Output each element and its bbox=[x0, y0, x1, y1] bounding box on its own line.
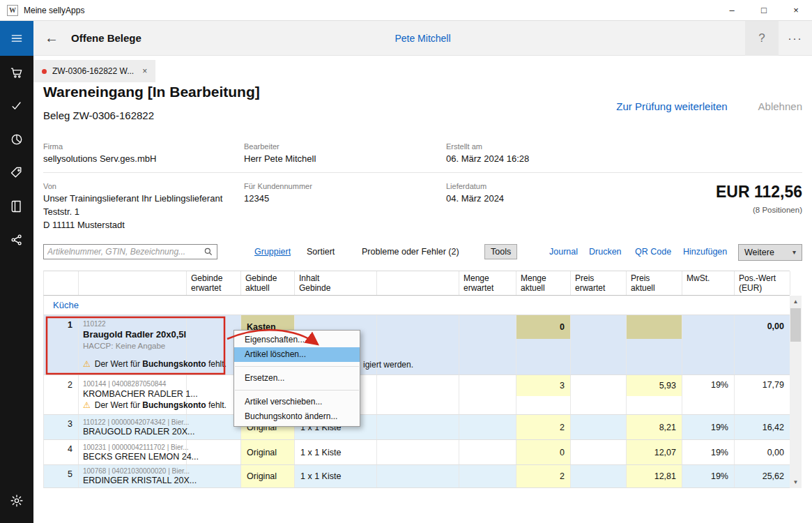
kundennummer-label: Für Kundennummer bbox=[244, 182, 312, 190]
preis-aktuell-input[interactable]: 12,07 bbox=[627, 440, 682, 464]
article-code: 100768 | 04021030000020 | Bier... bbox=[83, 467, 186, 475]
unsaved-indicator-dot bbox=[42, 69, 47, 74]
spacer-cell bbox=[377, 440, 459, 464]
preis-erwartet-cell bbox=[571, 465, 627, 487]
current-user[interactable]: Pete Mitchell bbox=[33, 33, 812, 44]
scroll-up-button[interactable]: ▲ bbox=[790, 296, 802, 308]
lieferdatum-label: Lieferdatum bbox=[446, 182, 487, 190]
table-row-1[interactable]: 1 110122 Braugold Radler 20x0,5l HACCP: … bbox=[43, 315, 790, 375]
scroll-down-button[interactable]: ▼ bbox=[790, 476, 802, 488]
group-header-kueche[interactable]: Küche bbox=[43, 296, 790, 315]
context-menu: Eigenschaften... Artikel löschen... Erse… bbox=[233, 330, 360, 427]
sidebar-item-cart[interactable] bbox=[0, 56, 33, 89]
row-number: 3 bbox=[44, 415, 79, 439]
journal-button[interactable]: Journal bbox=[549, 244, 578, 259]
menge-aktuell-cell: 0 bbox=[516, 315, 571, 374]
preis-aktuell-input[interactable]: 5,93 bbox=[627, 375, 682, 396]
table-row-2[interactable]: 2 100144 | 04008287050844 KROMBACHER RAD… bbox=[43, 375, 790, 415]
menge-aktuell-input[interactable]: 3 bbox=[516, 375, 570, 396]
more-dropdown-label: Weitere bbox=[744, 245, 774, 260]
minimize-button[interactable]: – bbox=[716, 0, 748, 21]
filter-gruppiert[interactable]: Gruppiert bbox=[254, 244, 291, 259]
kundennummer-value: 12345 bbox=[244, 193, 269, 204]
scroll-thumb[interactable] bbox=[790, 308, 801, 342]
reject-button[interactable]: Ablehnen bbox=[758, 100, 802, 112]
tab-label: ZW-0306-162822 W... bbox=[52, 66, 134, 76]
pos-wert-cell: 0,00 bbox=[735, 315, 790, 374]
close-button[interactable]: × bbox=[780, 0, 812, 21]
document-number: Beleg ZW-0306-162822 bbox=[43, 109, 154, 121]
toolbar: Gruppiert Sortiert Probleme oder Fehler … bbox=[43, 244, 802, 262]
tools-button[interactable]: Tools bbox=[484, 244, 517, 259]
menu-item-ersetzen[interactable]: Ersetzen... bbox=[234, 371, 360, 386]
menu-item-eigenschaften[interactable]: Eigenschaften... bbox=[234, 333, 360, 347]
search-icon bbox=[204, 247, 213, 257]
window-title: Meine sellyApps bbox=[24, 6, 84, 15]
gebinde-aktuell-input[interactable]: Original bbox=[241, 465, 295, 487]
preis-aktuell-input[interactable] bbox=[627, 315, 682, 339]
preis-aktuell-input[interactable]: 8,21 bbox=[627, 415, 682, 439]
app-header: Pete Mitchell ← Offene Belege ? ··· bbox=[33, 21, 812, 56]
share-network-icon bbox=[10, 233, 24, 247]
warning-icon: ⚠ bbox=[83, 359, 91, 369]
print-button[interactable]: Drucken bbox=[589, 244, 622, 259]
preis-erwartet-cell bbox=[571, 315, 627, 374]
gear-icon bbox=[10, 494, 24, 508]
inhalt-gebinde-value: 1 x 1 Kiste bbox=[295, 440, 377, 464]
vertical-scrollbar[interactable]: ▲ ▼ bbox=[790, 296, 802, 488]
menge-aktuell-input[interactable]: 0 bbox=[516, 440, 571, 464]
menge-aktuell-input[interactable]: 0 bbox=[516, 315, 570, 339]
article-name: KROMBACHER RADLER 1... bbox=[83, 389, 186, 400]
lieferdatum-value: 04. März 2024 bbox=[446, 193, 504, 204]
menu-item-artikel-verschieben[interactable]: Artikel verschieben... bbox=[234, 395, 360, 409]
erstellt-label: Erstellt am bbox=[446, 142, 482, 151]
document-tab[interactable]: ZW-0306-162822 W... × bbox=[33, 60, 155, 82]
col-preis-erwartet: Preis erwartet bbox=[571, 271, 627, 295]
qr-code-button[interactable]: QR Code bbox=[635, 244, 671, 259]
von-line1: Unser Trainingslieferant Ihr Lieblingsli… bbox=[43, 193, 222, 204]
sidebar-item-journal[interactable] bbox=[0, 190, 33, 223]
article-name: BRAUGOLD RADLER 20X... bbox=[83, 427, 186, 437]
table-row-4[interactable]: 4 100231 | 00000042111702 | Bier... BECK… bbox=[43, 440, 790, 465]
sidebar-item-tasks[interactable] bbox=[0, 89, 33, 123]
bearbeiter-value: Herr Pete Mitchell bbox=[244, 153, 316, 164]
hamburger-menu-button[interactable] bbox=[0, 21, 33, 56]
gebinde-erwartet-cell bbox=[187, 465, 241, 487]
table-row-5[interactable]: 5 100768 | 04021030000020 | Bier... ERDI… bbox=[43, 465, 790, 488]
mwst-value: 19% bbox=[682, 440, 735, 464]
sidebar-item-articles[interactable] bbox=[0, 156, 33, 190]
sidebar-item-reports[interactable] bbox=[0, 123, 33, 156]
filter-sortiert[interactable]: Sortiert bbox=[307, 244, 335, 259]
erstellt-value: 06. März 2024 16:28 bbox=[446, 153, 529, 164]
mwst-value: 19% bbox=[682, 415, 735, 439]
filter-probleme[interactable]: Probleme oder Fehler (2) bbox=[362, 244, 459, 259]
app-icon: W bbox=[7, 5, 18, 16]
menu-item-buchungskonto-aendern[interactable]: Buchungskonto ändern... bbox=[234, 409, 360, 424]
help-button[interactable]: ? bbox=[745, 21, 779, 56]
pos-wert-value: 16,42 bbox=[735, 415, 790, 439]
warning-text: Der Wert für Buchungskonto fehlt. bbox=[95, 400, 227, 410]
titlebar: W Meine sellyApps – □ × bbox=[0, 0, 812, 21]
spacer-cell bbox=[377, 465, 459, 487]
menu-item-artikel-loeschen[interactable]: Artikel löschen... bbox=[234, 347, 360, 362]
sidebar-item-share[interactable] bbox=[0, 223, 33, 257]
tab-close-icon[interactable]: × bbox=[142, 66, 147, 76]
menge-erwartet-cell bbox=[459, 440, 516, 464]
table-row-3[interactable]: 3 110122 | 00000042074342 | Bier... BRAU… bbox=[43, 415, 790, 440]
more-dropdown-button[interactable]: Weitere ▾ bbox=[738, 244, 802, 261]
forward-for-review-button[interactable]: Zur Prüfung weiterleiten bbox=[616, 100, 727, 112]
table-header-row: Gebinde erwartet Gebinde aktuell Inhalt … bbox=[43, 271, 790, 296]
position-count: (8 Positionen) bbox=[753, 206, 802, 214]
menge-aktuell-input[interactable]: 2 bbox=[516, 415, 571, 439]
preis-aktuell-input[interactable]: 12,81 bbox=[627, 465, 682, 487]
article-name: ERDINGER KRISTALL 20X... bbox=[83, 476, 186, 485]
more-options-button[interactable]: ··· bbox=[779, 21, 812, 56]
menge-aktuell-input[interactable]: 2 bbox=[516, 465, 571, 487]
search-input[interactable] bbox=[47, 247, 204, 257]
gebinde-aktuell-input[interactable]: Original bbox=[241, 440, 295, 464]
search-box[interactable] bbox=[43, 244, 217, 259]
menge-erwartet-cell bbox=[459, 465, 516, 487]
add-button[interactable]: Hinzufügen bbox=[683, 244, 727, 259]
maximize-button[interactable]: □ bbox=[748, 0, 780, 21]
sidebar-item-settings[interactable] bbox=[0, 484, 33, 517]
